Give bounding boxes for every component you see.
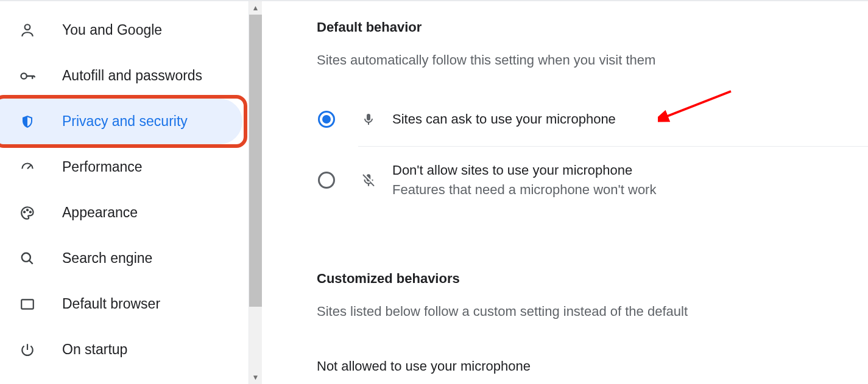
svg-point-4 [30,211,31,212]
scroll-down-arrow-icon[interactable]: ▼ [249,371,262,384]
radio-option-block-label: Don't allow sites to use your microphone [392,162,656,178]
scrollbar-thumb[interactable] [249,15,262,307]
radio-option-allow[interactable]: Sites can ask to use your microphone [318,93,868,146]
layout-gutter [262,0,297,384]
browser-icon [18,295,37,313]
radio-option-allow-label: Sites can ask to use your microphone [392,111,616,127]
sidebar-scrollbar[interactable]: ▲ ▼ [249,1,262,384]
sidebar-item-label: Search engine [62,250,152,267]
svg-rect-6 [21,299,34,309]
sidebar-item-label: Autofill and passwords [62,68,202,84]
svg-point-0 [25,24,30,30]
power-icon [18,341,37,359]
default-behavior-subtext: Sites automatically follow this setting … [317,52,868,68]
svg-point-2 [24,211,25,212]
palette-icon [18,204,37,222]
radio-unselected-icon[interactable] [318,172,335,189]
sidebar-item-label: Default browser [62,296,160,312]
not-allowed-heading: Not allowed to use your microphone [317,358,868,374]
customized-behaviors-subtext: Sites listed below follow a custom setti… [317,304,868,319]
settings-sidebar: You and Google Autofill and passwords Pr… [0,0,262,384]
sidebar-item-you-and-google[interactable]: You and Google [0,7,242,53]
sidebar-item-privacy[interactable]: Privacy and security [0,99,242,144]
sidebar-item-autofill[interactable]: Autofill and passwords [0,53,242,99]
svg-point-5 [22,253,30,261]
radio-selected-icon[interactable] [318,111,335,128]
sidebar-item-label: Appearance [62,204,138,221]
radio-option-block-desc: Features that need a microphone won't wo… [392,182,656,198]
shield-icon [18,113,37,131]
sidebar-item-appearance[interactable]: Appearance [0,190,242,236]
speedometer-icon [18,158,37,176]
search-icon [18,250,37,268]
scroll-up-arrow-icon[interactable]: ▲ [249,1,262,15]
sidebar-item-search-engine[interactable]: Search engine [0,236,242,281]
microphone-icon [359,110,378,128]
sidebar-item-label: You and Google [62,22,162,38]
person-icon [18,21,37,40]
sidebar-item-label: Performance [62,159,143,175]
sidebar-item-label: Privacy and security [62,113,188,130]
default-behavior-heading: Default behavior [317,19,868,35]
radio-option-block[interactable]: Don't allow sites to use your microphone… [318,147,868,214]
sidebar-item-label: On startup [62,341,127,358]
customized-behaviors-heading: Customized behaviors [317,271,868,287]
key-icon [18,67,37,85]
settings-main-panel: Default behavior Sites automatically fol… [297,0,868,384]
microphone-off-icon [359,171,378,189]
svg-point-1 [21,73,27,79]
sidebar-item-performance[interactable]: Performance [0,144,242,190]
svg-point-3 [27,209,28,211]
sidebar-item-default-browser[interactable]: Default browser [0,281,242,327]
sidebar-item-on-startup[interactable]: On startup [0,327,242,372]
